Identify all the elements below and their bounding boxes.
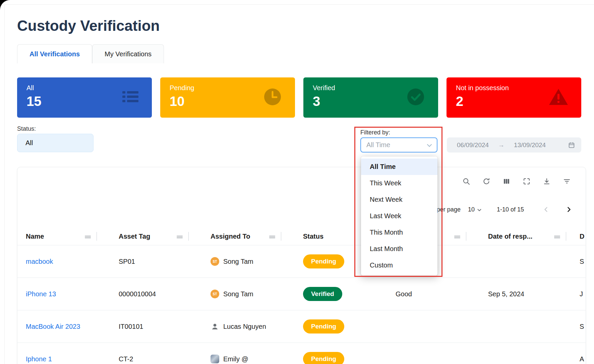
status-filter-label: Status:: [17, 125, 36, 132]
avatar: ST: [211, 290, 219, 298]
table-row[interactable]: MacBook Air 2023 IT00101 Lucas Nguyen Pe…: [17, 310, 586, 343]
drag-handle-icon[interactable]: [454, 233, 461, 240]
asset-tag-cell: IT00101: [110, 323, 202, 330]
menu-option-all-time[interactable]: All Time: [361, 159, 437, 175]
clipped-cell: J: [580, 290, 586, 298]
assigned-to-cell: Emily @: [202, 355, 295, 363]
menu-option-this-week[interactable]: This Week: [361, 175, 437, 191]
asset-tag-cell: 0000010004: [110, 290, 202, 298]
list-icon: [122, 89, 139, 106]
photo-avatar: [211, 355, 219, 363]
column-header-asset-tag[interactable]: Asset Tag: [110, 228, 202, 245]
pagination-range-label: 1-10 of 15: [497, 206, 524, 213]
column-header-name[interactable]: Name: [17, 228, 110, 245]
assignee-name: Lucas Nguyen: [223, 323, 266, 330]
status-badge: Pending: [303, 319, 344, 333]
date-cell: Sep 5, 2024: [480, 290, 580, 298]
asset-name-link[interactable]: iPhone 13: [26, 290, 56, 298]
check-circle-icon: [406, 87, 425, 108]
avatar: ST: [211, 257, 219, 266]
column-header-date-of-response[interactable]: Date of resp...: [480, 228, 580, 245]
menu-option-this-month[interactable]: This Month: [361, 224, 437, 241]
calendar-icon[interactable]: [568, 141, 575, 149]
stat-card-all[interactable]: All 15: [17, 77, 152, 118]
assignee-name: Song Tam: [223, 290, 253, 298]
status-filter-select[interactable]: All: [17, 134, 94, 152]
menu-option-custom[interactable]: Custom: [361, 257, 437, 274]
status-filter-value: All: [25, 139, 33, 147]
menu-option-last-week[interactable]: Last Week: [361, 208, 437, 224]
drag-handle-icon[interactable]: [176, 233, 183, 240]
column-divider: [466, 232, 466, 241]
column-divider: [566, 232, 566, 241]
tab-my-verifications[interactable]: My Verifications: [92, 44, 164, 63]
filtered-by-dropdown-menu: All Time This Week Next Week Last Week T…: [361, 157, 437, 276]
stat-cards: All 15 Pending 10 Verified 3: [17, 77, 581, 118]
drag-handle-icon[interactable]: [554, 233, 560, 240]
column-header-assigned-to[interactable]: Assigned To: [202, 228, 295, 245]
clipped-cell: S: [580, 258, 586, 265]
assigned-to-cell: ST Song Tam: [202, 257, 295, 266]
page-size-value: 10: [468, 206, 475, 213]
filter-icon[interactable]: [563, 177, 571, 185]
drag-handle-icon[interactable]: [84, 233, 91, 240]
table-pagination: Rows per page 10 1-10 of 15: [420, 203, 572, 216]
table-row[interactable]: Iphone 1 CT-2 Emily @ Pending A: [17, 343, 586, 364]
clipped-cell: S: [580, 323, 586, 330]
menu-option-next-week[interactable]: Next Week: [361, 191, 437, 208]
search-icon[interactable]: [462, 177, 470, 185]
menu-option-last-month[interactable]: Last Month: [361, 241, 437, 257]
table-header-row: Name Asset Tag Assigned To Status Date o…: [17, 228, 586, 245]
asset-name-link[interactable]: Iphone 1: [26, 355, 52, 363]
assigned-to-cell: ST Song Tam: [202, 290, 295, 298]
date-to: 13/09/2024: [514, 141, 546, 149]
tab-all-verifications[interactable]: All Verifications: [17, 44, 92, 63]
column-header-clipped[interactable]: D: [580, 228, 586, 245]
drag-handle-icon[interactable]: [269, 233, 276, 240]
filtered-by-select[interactable]: All Time: [360, 137, 437, 153]
stat-card-pending[interactable]: Pending 10: [160, 77, 295, 118]
asset-name-link[interactable]: macbook: [26, 258, 53, 265]
clipped-cell: A: [580, 355, 586, 363]
asset-tag-cell: CT-2: [110, 355, 202, 363]
next-page-button[interactable]: [566, 206, 572, 213]
table-row[interactable]: iPhone 13 0000010004 ST Song Tam Verifie…: [17, 278, 586, 310]
tab-bar: All Verifications My Verifications: [17, 44, 164, 63]
verifications-table-card: Rows per page 10 1-10 of 15 Name Asset T…: [17, 167, 586, 364]
date-range-input[interactable]: 06/09/2024 → 13/09/2024: [447, 137, 581, 153]
stat-card-verified[interactable]: Verified 3: [303, 77, 438, 118]
assignee-name: Song Tam: [223, 258, 253, 265]
date-from: 06/09/2024: [457, 141, 489, 149]
download-icon[interactable]: [543, 177, 551, 185]
date-range-arrow: →: [498, 141, 504, 149]
column-divider: [97, 232, 97, 241]
filtered-by-value: All Time: [366, 141, 390, 149]
chevron-down-icon: [427, 141, 432, 149]
table-toolbar: [462, 177, 571, 185]
stat-card-not-in-possession[interactable]: Not in possession 2: [447, 77, 581, 118]
assignee-name: Emily @: [223, 355, 248, 363]
page-size-select[interactable]: 10: [468, 206, 481, 213]
page-title: Custody Verification: [17, 17, 160, 34]
asset-name-link[interactable]: MacBook Air 2023: [26, 323, 80, 330]
column-divider: [281, 232, 281, 241]
clock-icon: [263, 87, 282, 108]
status-badge: Pending: [303, 254, 344, 268]
previous-page-button[interactable]: [543, 206, 549, 213]
assigned-to-cell: Lucas Nguyen: [202, 322, 295, 331]
warning-triangle-icon: [548, 88, 569, 107]
window-left-border: [4, 4, 5, 364]
filtered-by-label: Filtered by:: [360, 129, 390, 136]
chevron-down-icon: [477, 206, 481, 213]
columns-icon[interactable]: [502, 177, 511, 185]
asset-tag-cell: SP01: [110, 258, 202, 265]
condition-cell: Good: [387, 290, 480, 298]
column-divider: [188, 232, 189, 241]
status-badge: Pending: [303, 352, 344, 364]
refresh-icon[interactable]: [482, 177, 490, 185]
window-top-border: [4, 4, 594, 5]
person-icon: [211, 322, 219, 331]
status-badge: Verified: [303, 287, 342, 301]
table-row[interactable]: macbook SP01 ST Song Tam Pending S: [17, 245, 586, 278]
fullscreen-icon[interactable]: [523, 177, 531, 185]
